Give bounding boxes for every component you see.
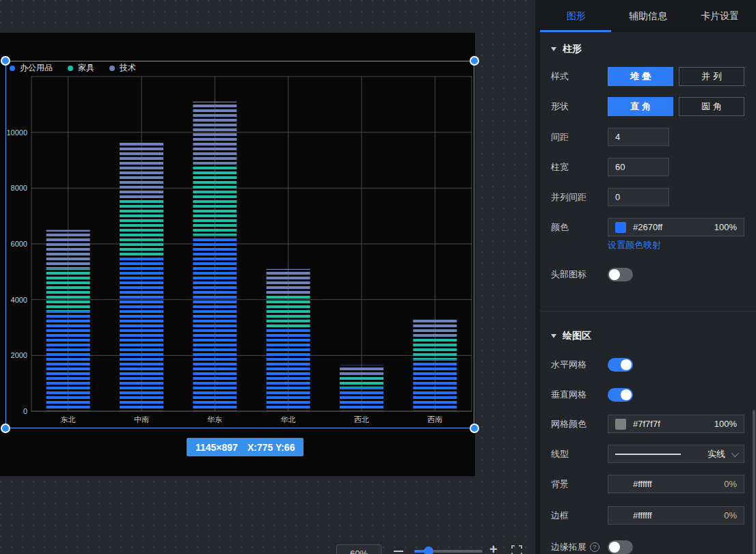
shape-label: 形状 bbox=[551, 100, 608, 113]
line-type-row: 线型 实线 bbox=[551, 445, 745, 463]
chart-editor-window: 0200040006000800010000东北中南华东华北西北西南 办公用品 … bbox=[0, 0, 756, 554]
section-title-plot: 绘图区 bbox=[563, 330, 591, 342]
side-gap-input[interactable] bbox=[608, 188, 669, 206]
help-icon[interactable]: ? bbox=[590, 542, 599, 552]
color-opacity-value: 100% bbox=[714, 222, 737, 232]
right-angle-button[interactable]: 直角 bbox=[608, 97, 673, 116]
zoom-out-icon[interactable] bbox=[394, 551, 403, 552]
line-type-value: 实线 bbox=[687, 448, 725, 460]
border-opacity-value: 0% bbox=[724, 510, 737, 521]
svg-text:西北: 西北 bbox=[354, 415, 369, 424]
resize-handle-bottom-left[interactable] bbox=[1, 424, 10, 433]
tab-graphic[interactable]: 图形 bbox=[540, 0, 612, 32]
panel-tabbar: 图形 辅助信息 卡片设置 bbox=[540, 0, 756, 32]
legend-label-office: 办公用品 bbox=[20, 62, 53, 74]
hgrid-label: 水平网格 bbox=[551, 359, 608, 371]
zoom-in-icon[interactable]: + bbox=[489, 542, 498, 554]
grid-color-label: 网格颜色 bbox=[551, 418, 608, 430]
svg-text:中南: 中南 bbox=[134, 415, 149, 424]
color-swatch bbox=[615, 222, 626, 233]
border-color-field[interactable]: #ffffff 0% bbox=[608, 506, 744, 525]
gap-row: 间距 bbox=[551, 128, 745, 146]
hgrid-row: 水平网格 bbox=[551, 356, 745, 374]
color-row: 颜色 #2670ff 100% bbox=[551, 218, 745, 236]
color-mapping-link[interactable]: 设置颜色映射 bbox=[608, 239, 661, 251]
tab-auxiliary-info[interactable]: 辅助信息 bbox=[612, 0, 684, 32]
horizontal-grid-toggle[interactable] bbox=[608, 358, 633, 372]
gap-input[interactable] bbox=[608, 128, 669, 146]
side-gap-label: 并列间距 bbox=[551, 191, 608, 204]
background-opacity-value: 0% bbox=[724, 479, 737, 489]
bar-width-row: 柱宽 bbox=[551, 158, 745, 176]
resize-handle-top-right[interactable] bbox=[470, 56, 479, 66]
vertical-grid-toggle[interactable] bbox=[608, 388, 633, 402]
toggle-knob bbox=[609, 542, 620, 553]
border-row: 边框 #ffffff 0% bbox=[551, 506, 745, 525]
legend-item-furniture[interactable]: 家具 bbox=[68, 62, 94, 74]
style-label: 样式 bbox=[551, 70, 608, 83]
background-color-field[interactable]: #ffffff 0% bbox=[608, 475, 744, 493]
stacked-bar-chart: 0200040006000800010000东北中南华东华北西北西南 bbox=[0, 33, 475, 476]
zoom-level-input[interactable]: 60% bbox=[336, 544, 381, 554]
grid-color-hex-value: #7f7f7f bbox=[633, 419, 707, 429]
legend-dot-furniture-icon bbox=[68, 66, 73, 71]
section-header-bar[interactable]: 柱形 bbox=[551, 42, 582, 56]
background-row: 背景 #ffffff 0% bbox=[551, 475, 745, 493]
design-canvas[interactable]: 0200040006000800010000东北中南华东华北西北西南 办公用品 … bbox=[0, 0, 540, 554]
style-row: 样式 堆叠 并列 bbox=[551, 67, 745, 86]
svg-text:4000: 4000 bbox=[11, 296, 27, 304]
section-header-plot[interactable]: 绘图区 bbox=[551, 329, 591, 343]
section-title-bar: 柱形 bbox=[563, 43, 582, 55]
collapse-arrow-icon bbox=[551, 334, 556, 338]
vgrid-label: 垂直网格 bbox=[551, 389, 608, 401]
bar-width-input[interactable] bbox=[608, 158, 669, 176]
line-type-label: 线型 bbox=[551, 448, 608, 460]
resize-handle-top-left[interactable] bbox=[1, 56, 10, 66]
head-icon-label: 头部图标 bbox=[551, 268, 608, 281]
svg-text:华东: 华东 bbox=[206, 415, 222, 424]
edge-extend-text: 边缘拓展 bbox=[551, 541, 586, 553]
svg-text:2000: 2000 bbox=[11, 351, 27, 359]
size-position-badge: 1145×897 X:775 Y:66 bbox=[187, 438, 303, 456]
grid-color-swatch bbox=[615, 419, 626, 430]
settings-panel: 图形 辅助信息 卡片设置 柱形 样式 堆叠 并列 形状 直角 圆角 间距 柱宽 bbox=[540, 0, 756, 554]
edge-extend-label: 边缘拓展 ? bbox=[551, 541, 608, 553]
background-label: 背景 bbox=[551, 478, 608, 490]
line-type-dropdown[interactable]: 实线 bbox=[608, 445, 744, 463]
legend-dot-tech-icon bbox=[109, 66, 115, 71]
chart-card[interactable]: 0200040006000800010000东北中南华东华北西北西南 办公用品 … bbox=[0, 33, 475, 476]
legend-label-tech: 技术 bbox=[120, 62, 136, 74]
canvas-panel-divider bbox=[535, 0, 540, 554]
section-divider bbox=[540, 311, 756, 311]
zoom-slider-handle[interactable] bbox=[424, 546, 433, 554]
color-picker-field[interactable]: #2670ff 100% bbox=[608, 218, 744, 236]
resize-handle-bottom-right[interactable] bbox=[470, 424, 479, 433]
grid-color-picker-field[interactable]: #7f7f7f 100% bbox=[608, 415, 744, 433]
edge-extend-toggle[interactable] bbox=[608, 540, 633, 554]
panel-scrollbar[interactable] bbox=[753, 410, 755, 554]
tab-card-settings[interactable]: 卡片设置 bbox=[684, 0, 756, 32]
chevron-down-icon bbox=[731, 449, 739, 456]
legend-item-tech[interactable]: 技术 bbox=[109, 62, 136, 74]
legend-item-office[interactable]: 办公用品 bbox=[10, 62, 53, 74]
gap-label: 间距 bbox=[551, 131, 608, 143]
solid-line-sample-icon bbox=[615, 454, 681, 455]
color-label: 颜色 bbox=[551, 221, 608, 234]
svg-text:6000: 6000 bbox=[11, 240, 27, 248]
toggle-knob bbox=[621, 389, 632, 400]
legend-dot-office-icon bbox=[10, 66, 15, 71]
side-by-side-button[interactable]: 并列 bbox=[679, 67, 744, 86]
svg-text:西南: 西南 bbox=[427, 415, 442, 424]
svg-text:10000: 10000 bbox=[6, 128, 27, 137]
stacked-button[interactable]: 堆叠 bbox=[608, 67, 673, 86]
head-icon-toggle[interactable] bbox=[608, 268, 633, 281]
vgrid-row: 垂直网格 bbox=[551, 386, 745, 404]
svg-text:东北: 东北 bbox=[61, 415, 76, 424]
edge-extend-row: 边缘拓展 ? bbox=[551, 538, 745, 554]
bar-width-label: 柱宽 bbox=[551, 161, 608, 174]
active-tab-underline bbox=[540, 30, 611, 32]
color-hex-value: #2670ff bbox=[633, 222, 707, 232]
rounded-corner-button[interactable]: 圆角 bbox=[679, 97, 744, 116]
border-label: 边框 bbox=[551, 510, 608, 522]
fit-to-screen-icon[interactable] bbox=[511, 545, 522, 554]
